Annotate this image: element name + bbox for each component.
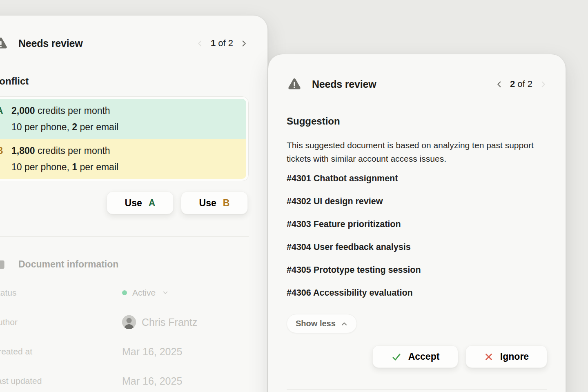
x-icon [484,352,494,362]
warning-icon [0,36,8,50]
page-indicator: 1 of 2 [211,38,233,49]
action-buttons-row: Accept Ignore [287,345,547,368]
use-b-option-letter: B [223,198,230,209]
ticket-item: #4305 Prototype testing session [287,263,547,276]
last-updated-row: Last updated Mar 16, 2025 [0,366,248,392]
panel-header: Needs review 1 of 2 [0,36,248,50]
ticket-item: #4306 Accessibility evaluation [287,286,547,299]
accept-button[interactable]: Accept [372,345,458,368]
author-name: Chris Frantz [142,316,197,328]
document-information-title: Document information [18,259,118,270]
author-label: Author [0,317,122,327]
document-icon [0,259,6,270]
check-icon [391,352,402,362]
option-a-label: A [0,102,3,119]
conflict-diff-box: A 2,000 credits per month 10 per phone, … [0,96,249,181]
conflict-heading: Conflict [0,76,248,87]
prev-page-icon[interactable] [495,80,503,88]
author-row: Author Chris Frantz [0,307,248,337]
status-dot [122,290,127,295]
panel-header: Needs review 2 of 2 [287,77,547,91]
needs-review-panel-2: Needs review 2 of 2 Suggestion This sugg… [268,54,566,392]
last-updated-value: Mar 16, 2025 [122,375,182,387]
last-updated-label: Last updated [0,376,122,386]
avatar [122,315,136,329]
conflict-option-b: B 1,800 credits per month 10 per phone, … [0,139,246,179]
ticket-item: #4302 UI design review [287,195,547,208]
option-a-text: 2,000 credits per month 10 per phone, 2 … [11,102,118,135]
warning-icon [287,77,301,91]
needs-review-panel-1: Needs review 1 of 2 Conflict A 2,000 cre… [0,15,268,392]
chevron-down-icon[interactable] [162,290,169,296]
ticket-item: #4301 Chatbot assignment [287,172,547,185]
use-a-option-letter: A [149,198,156,209]
panel-title: Needs review [18,38,82,49]
ignore-button[interactable]: Ignore [466,345,547,368]
ticket-item: #4304 User feedback analysis [287,241,547,254]
suggestion-description: This suggested document is based on anal… [287,138,547,165]
use-a-button[interactable]: Use A [107,192,174,214]
ticket-list: #4301 Chatbot assignment #4302 UI design… [287,172,547,299]
option-b-label: B [0,143,3,159]
document-information-header: Document information [0,259,248,270]
conflict-option-a: A 2,000 credits per month 10 per phone, … [0,99,246,139]
use-a-label: Use [125,198,142,209]
option-b-text: 1,800 credits per month 10 per phone, 1 … [11,143,118,175]
show-less-label: Show less [296,319,336,328]
pagination: 1 of 2 [196,38,248,49]
suggestion-heading: Suggestion [287,116,547,127]
panel-title: Needs review [312,78,376,90]
page-indicator: 2 of 2 [510,79,532,89]
status-text: Active [132,288,156,298]
accept-label: Accept [408,351,440,362]
section-divider [0,236,249,237]
pagination: 2 of 2 [495,79,547,89]
bottom-divider [287,389,547,390]
show-less-button[interactable]: Show less [287,314,357,333]
document-information-rows: Status Active Author Chris Frantz [0,278,248,392]
ignore-label: Ignore [500,351,529,362]
use-b-label: Use [199,198,216,209]
status-row: Status Active [0,278,248,307]
created-at-row: Created at Mar 16, 2025 [0,337,248,366]
created-at-value: Mar 16, 2025 [122,346,182,358]
use-buttons-row: Use A Use B [0,192,248,214]
next-page-icon[interactable] [240,40,248,47]
chevron-up-icon [341,320,348,327]
status-label: Status [0,288,122,298]
use-b-button[interactable]: Use B [181,192,248,214]
author-value: Chris Frantz [122,315,197,329]
created-at-label: Created at [0,347,122,356]
status-value[interactable]: Active [122,288,169,298]
ticket-item: #4303 Feature prioritization [287,218,547,231]
prev-page-icon[interactable] [196,40,204,47]
next-page-icon[interactable] [539,80,547,88]
